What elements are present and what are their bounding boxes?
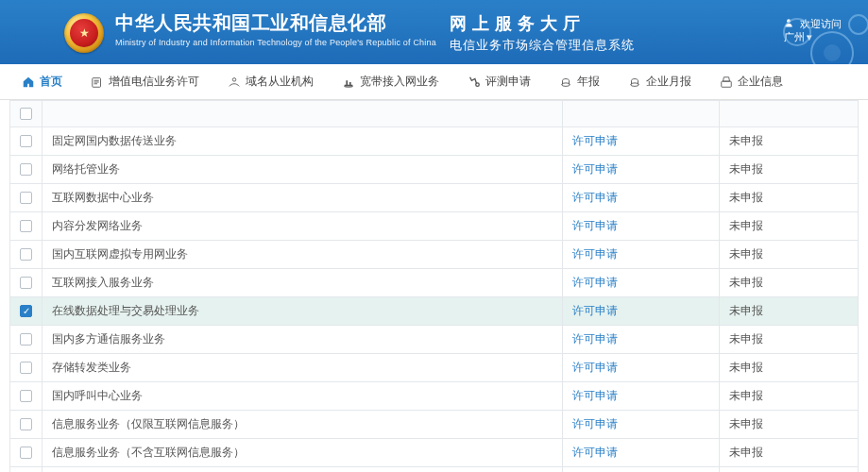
system-title: 电信业务市场综合管理信息系统 <box>450 37 635 54</box>
status-text: 未申报 <box>720 269 858 296</box>
row-checkbox[interactable] <box>20 333 32 346</box>
row-checkbox[interactable] <box>20 390 32 402</box>
table-row: 互联网域名解析服务业务许可申请未申报 <box>10 466 858 472</box>
row-checkbox[interactable] <box>20 192 32 204</box>
apply-link[interactable]: 许可申请 <box>572 133 618 149</box>
nav-home[interactable]: 首页 <box>8 64 77 99</box>
status-text: 未申报 <box>720 156 858 183</box>
apply-link[interactable]: 许可申请 <box>572 161 618 177</box>
nav-label: 年报 <box>577 74 600 90</box>
apply-link[interactable]: 许可申请 <box>572 218 618 234</box>
location-text: 广州 <box>784 31 805 42</box>
business-name: 国内呼叫中心业务 <box>43 382 563 410</box>
table-row: 信息服务业务（不含互联网信息服务）许可申请未申报 <box>10 438 858 466</box>
nav-icon-6 <box>719 75 733 89</box>
col-header-status <box>720 101 858 126</box>
table-row: 国内多方通信服务业务许可申请未申报 <box>10 325 858 353</box>
portal-title: 网上服务大厅 <box>450 12 635 35</box>
status-text: 未申报 <box>720 241 858 268</box>
apply-link[interactable]: 许可申请 <box>572 275 618 291</box>
apply-link[interactable]: 许可申请 <box>572 246 618 262</box>
nav-item-2[interactable]: 宽带接入网业务 <box>328 64 453 99</box>
business-name: 互联网接入服务业务 <box>43 269 563 296</box>
status-text: 未申报 <box>720 467 858 472</box>
business-name: 信息服务业务（不含互联网信息服务） <box>43 439 563 466</box>
table-row: 互联网数据中心业务许可申请未申报 <box>10 183 858 211</box>
svg-point-4 <box>849 15 868 34</box>
apply-link[interactable]: 许可申请 <box>572 190 618 206</box>
table-header-row <box>10 100 858 126</box>
col-header-name <box>43 101 563 126</box>
status-text: 未申报 <box>720 326 858 353</box>
nav-item-3[interactable]: 评测申请 <box>453 64 545 99</box>
business-name: 信息服务业务（仅限互联网信息服务） <box>43 411 563 438</box>
table-row: 互联网接入服务业务许可申请未申报 <box>10 268 858 296</box>
nav-icon-0 <box>90 75 104 89</box>
table-row: 内容分发网络业务许可申请未申报 <box>10 211 858 240</box>
nav-label: 企业信息 <box>738 74 783 90</box>
nav-item-5[interactable]: 企业月报 <box>614 64 706 99</box>
status-text: 未申报 <box>720 127 858 155</box>
main-content: 固定网国内数据传送业务许可申请未申报网络托管业务许可申请未申报互联网数据中心业务… <box>0 100 868 472</box>
apply-link[interactable]: 许可申请 <box>572 331 618 347</box>
table-row: 网络托管业务许可申请未申报 <box>10 155 858 183</box>
main-navbar: 首页 增值电信业务许可域名从业机构宽带接入网业务评测申请年报企业月报企业信息 <box>0 64 868 100</box>
row-checkbox[interactable] <box>20 418 32 430</box>
select-all-checkbox[interactable] <box>20 108 32 120</box>
nav-label: 宽带接入网业务 <box>360 74 439 90</box>
status-text: 未申报 <box>720 411 858 438</box>
svg-rect-11 <box>721 81 731 87</box>
ministry-title-en: Ministry of Industry and Information Tec… <box>115 38 436 47</box>
status-text: 未申报 <box>720 184 858 211</box>
dropdown-icon[interactable]: ▾ <box>807 31 812 42</box>
status-text: 未申报 <box>720 212 858 240</box>
nav-item-4[interactable]: 年报 <box>545 64 614 99</box>
apply-link[interactable]: 许可申请 <box>572 303 618 319</box>
row-checkbox[interactable] <box>20 362 32 374</box>
table-row: 国内互联网虚拟专用网业务许可申请未申报 <box>10 240 858 268</box>
app-header: ★ 中华人民共和国工业和信息化部 Ministry of Industry an… <box>0 0 868 64</box>
row-checkbox[interactable] <box>20 277 32 289</box>
business-table: 固定网国内数据传送业务许可申请未申报网络托管业务许可申请未申报互联网数据中心业务… <box>9 100 859 472</box>
nav-icon-4 <box>558 75 572 89</box>
status-text: 未申报 <box>720 297 858 325</box>
home-icon <box>21 75 35 89</box>
table-row: 信息服务业务（仅限互联网信息服务）许可申请未申报 <box>10 410 858 438</box>
business-name: 存储转发类业务 <box>43 354 563 381</box>
business-name: 在线数据处理与交易处理业务 <box>43 297 563 325</box>
row-checkbox[interactable] <box>20 447 32 459</box>
status-text: 未申报 <box>720 382 858 410</box>
business-name: 网络托管业务 <box>43 156 563 183</box>
nav-home-label: 首页 <box>40 74 62 90</box>
nav-item-0[interactable]: 增值电信业务许可 <box>77 64 213 99</box>
user-info: 欢迎访问 广州▾ <box>784 17 842 43</box>
status-text: 未申报 <box>720 439 858 466</box>
row-checkbox[interactable] <box>20 220 32 232</box>
row-checkbox[interactable] <box>20 135 32 147</box>
apply-link[interactable]: 许可申请 <box>572 416 618 432</box>
business-name: 内容分发网络业务 <box>43 212 563 240</box>
ministry-title-cn: 中华人民共和国工业和信息化部 <box>115 10 436 36</box>
business-name: 国内互联网虚拟专用网业务 <box>43 241 563 268</box>
nav-item-6[interactable]: 企业信息 <box>706 64 797 99</box>
row-checkbox[interactable] <box>20 163 32 176</box>
status-text: 未申报 <box>720 354 858 381</box>
table-row: 国内呼叫中心业务许可申请未申报 <box>10 381 858 410</box>
table-row: 存储转发类业务许可申请未申报 <box>10 353 858 381</box>
svg-point-6 <box>232 77 236 81</box>
svg-point-8 <box>475 82 479 86</box>
table-row: 固定网国内数据传送业务许可申请未申报 <box>10 126 858 155</box>
row-checkbox[interactable] <box>20 305 32 317</box>
row-checkbox[interactable] <box>20 248 32 261</box>
apply-link[interactable]: 许可申请 <box>572 445 618 461</box>
nav-label: 增值电信业务许可 <box>109 74 199 90</box>
business-name: 互联网数据中心业务 <box>43 184 563 211</box>
nav-icon-3 <box>467 75 481 89</box>
apply-link[interactable]: 许可申请 <box>572 388 618 404</box>
nav-item-1[interactable]: 域名从业机构 <box>213 64 328 99</box>
table-row: 在线数据处理与交易处理业务许可申请未申报 <box>10 296 858 325</box>
col-header-action <box>563 101 720 126</box>
nav-icon-2 <box>341 75 355 89</box>
apply-link[interactable]: 许可申请 <box>572 360 618 376</box>
svg-point-0 <box>787 19 791 23</box>
